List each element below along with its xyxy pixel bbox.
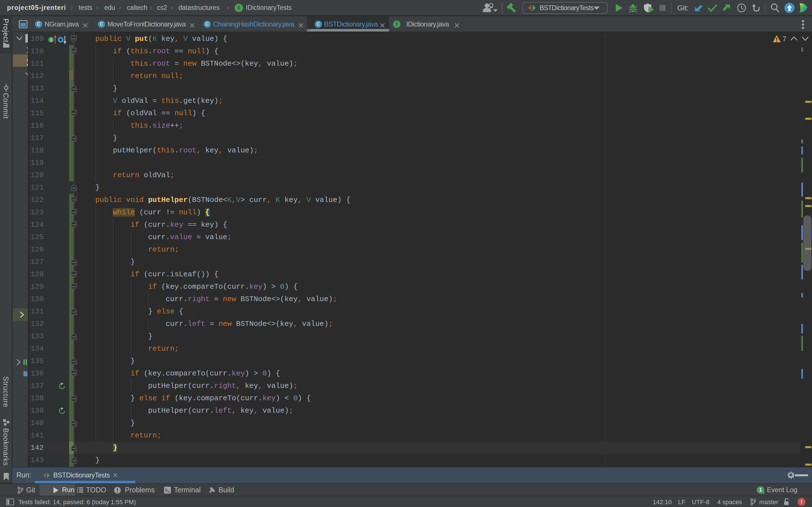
- svg-text:I: I: [50, 38, 52, 42]
